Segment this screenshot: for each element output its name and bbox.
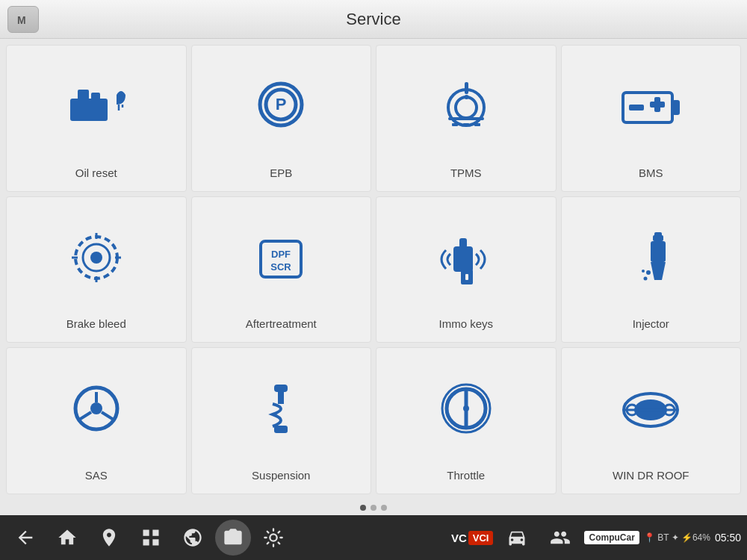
svg-text:P: P xyxy=(276,95,287,113)
grid-item-aftertreatment[interactable]: DPF SCR Aftertreatment xyxy=(191,196,372,343)
camera-button[interactable] xyxy=(215,520,251,556)
win-dr-roof-label: WIN DR ROOF xyxy=(613,469,689,486)
svg-point-54 xyxy=(463,405,469,411)
tpms-icon-area xyxy=(433,53,500,159)
svg-rect-42 xyxy=(654,232,662,237)
svg-line-46 xyxy=(79,412,91,420)
aftertreatment-icon-area: DPF SCR xyxy=(247,205,314,311)
settings-button[interactable] xyxy=(254,520,293,556)
svg-rect-19 xyxy=(629,105,644,111)
bottom-bar-right: VC VCI CompuCar 📍 BT ✦ ⚡64% 05:50 xyxy=(451,520,741,556)
page-title: Service xyxy=(346,10,400,29)
people-icon[interactable] xyxy=(541,520,580,556)
grid-item-win-dr-roof[interactable]: WIN DR ROOF xyxy=(561,347,742,494)
svg-point-24 xyxy=(90,252,102,264)
svg-rect-16 xyxy=(474,123,480,126)
home-button[interactable] xyxy=(48,520,87,556)
svg-rect-49 xyxy=(278,392,284,404)
svg-rect-1 xyxy=(70,99,108,121)
tpms-label: TPMS xyxy=(450,167,482,184)
suspension-icon-area xyxy=(247,355,314,461)
window-button[interactable] xyxy=(131,520,170,556)
grid-item-tpms[interactable]: TPMS xyxy=(376,45,557,192)
globe-button[interactable] xyxy=(173,520,212,556)
grid-item-suspension[interactable]: Suspension xyxy=(191,347,372,494)
injector-label: Injector xyxy=(633,317,669,335)
aftertreatment-label: Aftertreatment xyxy=(246,317,317,335)
svg-rect-18 xyxy=(672,100,680,115)
svg-point-12 xyxy=(464,95,468,99)
svg-point-44 xyxy=(90,402,102,414)
grid-item-immo-keys[interactable]: Immo keys xyxy=(376,196,557,343)
bms-label: BMS xyxy=(639,167,663,184)
svg-rect-48 xyxy=(274,385,288,392)
brake-bleed-icon-area xyxy=(63,205,130,311)
main-content: Oil reset P EPB xyxy=(0,39,747,500)
grid-item-oil-reset[interactable]: Oil reset xyxy=(6,45,187,192)
throttle-label: Throttle xyxy=(447,469,485,486)
grid-item-epb[interactable]: P EPB xyxy=(191,45,372,192)
svg-text:SCR: SCR xyxy=(271,261,292,273)
oil-reset-label: Oil reset xyxy=(75,167,117,184)
oil-reset-icon-area xyxy=(63,53,130,159)
grid-item-sas[interactable]: SAS xyxy=(6,347,187,494)
compucar-logo: CompuCar xyxy=(584,531,639,544)
svg-marker-38 xyxy=(651,262,666,280)
svg-rect-15 xyxy=(463,123,469,126)
svg-rect-2 xyxy=(78,90,89,100)
car-icon[interactable] xyxy=(498,520,536,556)
grid-item-brake-bleed[interactable]: Brake bleed xyxy=(6,196,187,343)
header: M Service xyxy=(0,0,747,39)
svg-rect-11 xyxy=(465,82,468,94)
immo-keys-label: Immo keys xyxy=(438,317,493,335)
svg-rect-37 xyxy=(651,241,666,262)
svg-rect-50 xyxy=(274,426,288,433)
svg-rect-13 xyxy=(448,117,484,120)
svg-text:DPF: DPF xyxy=(271,249,291,260)
bottom-icons-left xyxy=(6,520,293,556)
svg-point-10 xyxy=(456,97,477,118)
suspension-label: Suspension xyxy=(252,469,310,486)
svg-text:M: M xyxy=(17,14,26,26)
dot-2 xyxy=(371,505,376,511)
grid-row-3: SAS Suspension xyxy=(6,347,741,494)
sas-icon-area xyxy=(63,355,130,461)
bms-icon-area xyxy=(617,53,684,159)
epb-icon-area: P xyxy=(247,53,314,159)
injector-icon-area xyxy=(617,205,684,311)
svg-line-47 xyxy=(102,412,114,420)
throttle-icon-area xyxy=(433,355,500,461)
grid-item-injector[interactable]: Injector xyxy=(561,196,742,343)
svg-rect-3 xyxy=(91,93,100,100)
sas-label: SAS xyxy=(85,469,108,486)
win-dr-roof-icon-area xyxy=(617,355,684,461)
page-dots xyxy=(0,500,747,515)
grid-row-2: Brake bleed DPF SCR Aftertreatment xyxy=(6,196,741,343)
svg-rect-33 xyxy=(459,238,467,248)
grid-item-throttle[interactable]: Throttle xyxy=(376,347,557,494)
bottom-bar: VC VCI CompuCar 📍 BT ✦ ⚡64% 05:50 xyxy=(0,515,747,560)
brake-bleed-label: Brake bleed xyxy=(66,317,126,335)
back-button[interactable] xyxy=(6,520,45,556)
time-display: 05:50 xyxy=(715,532,741,544)
vci-badge: VCI xyxy=(468,531,494,545)
svg-rect-35 xyxy=(465,274,468,280)
epb-label: EPB xyxy=(270,167,292,184)
immo-keys-icon-area xyxy=(433,205,500,311)
dot-3 xyxy=(381,505,387,511)
svg-rect-21 xyxy=(654,97,660,112)
svg-point-40 xyxy=(644,276,648,280)
svg-point-41 xyxy=(642,270,645,273)
home-m-button[interactable]: M xyxy=(7,6,39,33)
home2-button[interactable] xyxy=(90,520,128,556)
svg-rect-14 xyxy=(452,123,458,126)
grid-item-bms[interactable]: BMS xyxy=(561,45,742,192)
grid-row-1: Oil reset P EPB xyxy=(6,45,741,192)
svg-rect-32 xyxy=(453,246,473,272)
svg-point-39 xyxy=(646,270,651,275)
status-text: 📍 BT ✦ ⚡64% xyxy=(644,532,710,543)
dot-1 xyxy=(360,505,366,511)
